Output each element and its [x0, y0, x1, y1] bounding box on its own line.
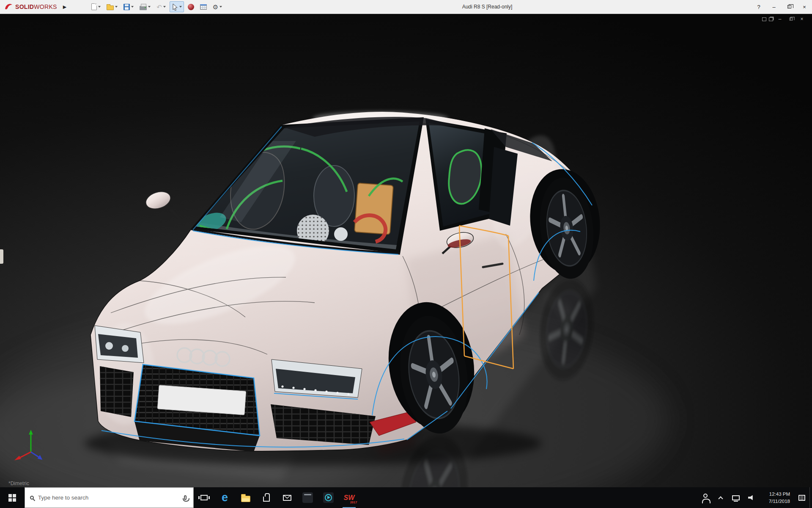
doc-cascade-icon[interactable] — [769, 17, 773, 21]
dropdown-arrow-icon[interactable] — [219, 6, 222, 8]
dropdown-arrow-icon[interactable] — [115, 6, 118, 8]
close-button[interactable]: × — [797, 0, 812, 14]
view-orientation-label: *Dimetric — [8, 480, 29, 486]
media-app-icon — [323, 492, 334, 503]
show-desktop-button[interactable] — [809, 487, 812, 508]
appearance-sphere-icon — [188, 4, 194, 10]
console-app-icon — [302, 492, 313, 503]
start-button[interactable] — [0, 487, 25, 508]
dropdown-arrow-icon[interactable] — [98, 6, 101, 8]
taskbar-clock[interactable]: 12:43 PM 7/11/2018 — [759, 487, 794, 508]
windows-logo-icon — [8, 494, 16, 502]
model-canvas[interactable] — [0, 14, 812, 487]
titlebar: SOLIDWORKS ▶ ↶ ⚙ Audi R8 S [Read-only] ?… — [0, 0, 812, 14]
print-button[interactable] — [137, 1, 153, 12]
document-title: Audi R8 S [Read-only] — [462, 4, 513, 10]
dropdown-arrow-icon[interactable] — [148, 6, 151, 8]
network-button[interactable] — [728, 487, 743, 508]
solidworks-icon: SW2017 — [344, 494, 355, 501]
media-app-button[interactable] — [318, 487, 339, 508]
volume-button[interactable] — [743, 487, 759, 508]
window-controls: ? – × — [751, 0, 812, 14]
featuremanager-flyout-handle[interactable] — [0, 249, 3, 264]
taskbar: e SW2017 12:43 PM 7/11/2018 — [0, 487, 812, 508]
people-button[interactable] — [698, 487, 713, 508]
dropdown-arrow-icon[interactable] — [163, 6, 166, 8]
action-center-icon — [798, 495, 805, 501]
search-input[interactable] — [38, 494, 180, 501]
z-axis-blue — [31, 452, 39, 458]
edge-button[interactable]: e — [214, 487, 235, 508]
save-icon — [123, 4, 130, 10]
task-view-button[interactable] — [194, 487, 214, 508]
doc-minimize-button[interactable]: – — [776, 16, 784, 22]
dropdown-arrow-icon[interactable] — [131, 6, 134, 8]
appearances-button[interactable] — [186, 1, 196, 12]
file-explorer-icon — [241, 496, 250, 502]
chevron-up-icon — [718, 496, 723, 501]
edge-icon: e — [222, 492, 228, 503]
ds-logo-icon — [4, 3, 14, 11]
microphone-icon[interactable] — [184, 495, 187, 500]
quick-access-toolbar: ↶ ⚙ — [89, 1, 224, 12]
dropdown-arrow-icon[interactable] — [179, 6, 182, 8]
options-button[interactable]: ⚙ — [211, 1, 224, 12]
network-icon — [732, 495, 740, 500]
open-folder-icon — [107, 6, 114, 10]
undo-icon: ↶ — [156, 4, 162, 10]
save-button[interactable] — [121, 1, 136, 12]
store-button[interactable] — [256, 487, 277, 508]
mail-envelope-icon — [283, 495, 291, 501]
help-button[interactable]: ? — [751, 0, 766, 14]
clock-date: 7/11/2018 — [769, 498, 790, 505]
clock-time: 12:43 PM — [769, 491, 790, 498]
document-window-controls: – × — [762, 16, 806, 22]
doc-window-icon[interactable] — [762, 17, 766, 21]
file-explorer-button[interactable] — [235, 487, 256, 508]
gear-icon: ⚙ — [213, 4, 218, 10]
doc-restore-button[interactable] — [787, 16, 795, 22]
print-icon — [140, 6, 147, 10]
action-center-button[interactable] — [794, 487, 809, 508]
taskbar-search[interactable] — [25, 487, 194, 508]
hidden-icons-button[interactable] — [713, 487, 728, 508]
restore-icon — [787, 5, 791, 8]
select-button[interactable] — [170, 1, 184, 12]
task-view-icon — [200, 495, 208, 500]
doc-restore-icon — [789, 18, 793, 21]
restore-button[interactable] — [782, 0, 797, 14]
store-bag-icon — [263, 497, 270, 502]
select-cursor-icon — [172, 3, 178, 11]
design-table-icon — [200, 4, 207, 10]
people-icon — [703, 494, 708, 498]
design-table-button[interactable] — [198, 1, 209, 12]
mail-button[interactable] — [277, 487, 297, 508]
volume-icon — [748, 495, 754, 500]
undo-button[interactable]: ↶ — [154, 1, 168, 12]
system-tray: 12:43 PM 7/11/2018 — [698, 487, 812, 508]
solidworks-logo: SOLIDWORKS — [0, 3, 60, 11]
minimize-button[interactable]: – — [766, 0, 782, 14]
brand-text-bold: SOLID — [15, 3, 34, 10]
doc-close-button[interactable]: × — [798, 16, 806, 22]
new-document-button[interactable] — [89, 1, 103, 12]
menu-flyout-arrow[interactable]: ▶ — [60, 0, 70, 14]
brand-text-light: WORKS — [34, 3, 57, 10]
solidworks-taskbar-button[interactable]: SW2017 — [339, 487, 359, 508]
orientation-triad[interactable] — [12, 428, 49, 463]
console-app-button[interactable] — [297, 487, 318, 508]
open-button[interactable] — [104, 1, 120, 12]
graphics-area[interactable]: – × *Dimetric — [0, 14, 812, 487]
new-document-icon — [91, 3, 97, 10]
search-icon — [30, 496, 34, 500]
